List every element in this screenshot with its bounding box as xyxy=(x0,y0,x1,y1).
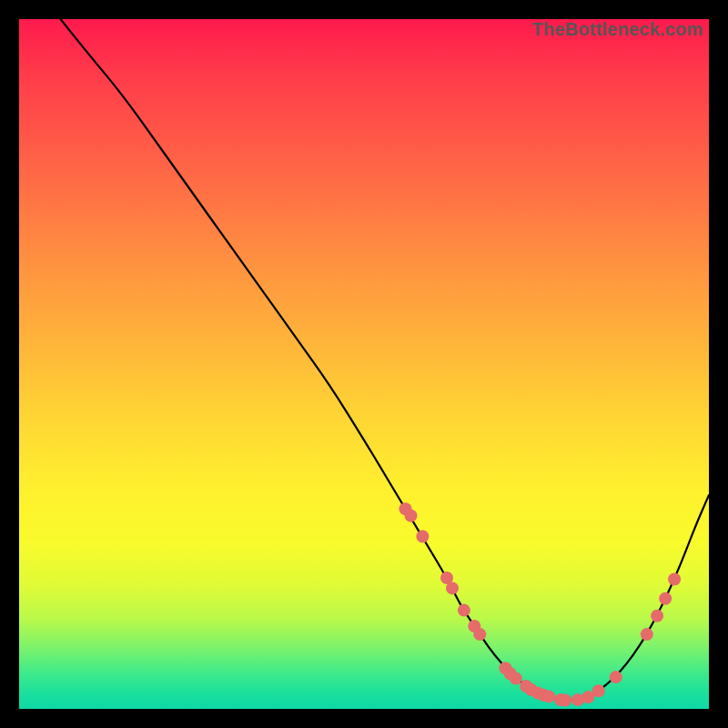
data-marker xyxy=(610,671,622,683)
data-marker xyxy=(446,581,459,594)
data-marker xyxy=(405,510,418,522)
data-marker xyxy=(542,690,555,703)
chart-area: TheBottleneck.com xyxy=(19,19,709,709)
data-marker xyxy=(592,684,605,697)
bottleneck-curve xyxy=(61,19,710,700)
data-marker xyxy=(473,628,486,641)
data-marker xyxy=(559,694,571,707)
data-marker xyxy=(416,531,429,543)
data-marker xyxy=(510,672,522,685)
data-marker xyxy=(458,604,470,617)
marker-group xyxy=(399,502,682,706)
plot-svg xyxy=(19,19,709,709)
data-marker xyxy=(651,610,663,622)
data-marker xyxy=(659,592,672,605)
data-marker xyxy=(641,628,653,641)
data-marker xyxy=(668,573,681,586)
